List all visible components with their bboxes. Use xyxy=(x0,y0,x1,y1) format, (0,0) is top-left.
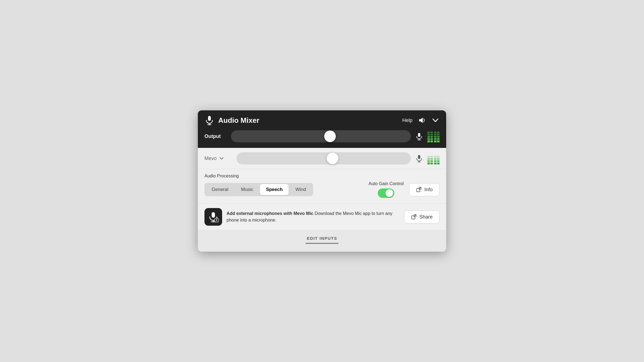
audio-mixer-panel: Audio Mixer Help Output xyxy=(198,110,446,252)
info-button-label: Info xyxy=(424,187,433,193)
svg-rect-12 xyxy=(212,212,215,218)
info-external-icon xyxy=(416,187,422,192)
output-level-meter xyxy=(427,130,440,142)
mevo-mic-banner: Add external microphones with Mevo Mic D… xyxy=(198,204,446,230)
mevo-section: Mevo xyxy=(198,148,446,169)
output-row: Output xyxy=(204,130,440,142)
processing-row: General Music Speech Wind Auto Gain Cont… xyxy=(204,181,440,198)
output-label: Output xyxy=(204,134,227,139)
app-title: Audio Mixer xyxy=(218,116,259,125)
btn-music[interactable]: Music xyxy=(235,184,259,195)
edit-inputs-bar xyxy=(305,243,339,244)
info-button[interactable]: Info xyxy=(409,183,440,196)
svg-marker-3 xyxy=(419,118,423,123)
mevo-mic-bold-text: Add external microphones with Mevo Mic xyxy=(227,211,313,216)
audio-processing-section: Audio Processing General Music Speech Wi… xyxy=(198,169,446,204)
mevo-label: Mevo xyxy=(204,156,217,161)
share-button-label: Share xyxy=(419,214,433,220)
mevo-mic-logo xyxy=(204,208,222,226)
share-external-icon xyxy=(411,214,417,220)
agc-container: Auto Gain Control xyxy=(369,181,404,198)
svg-rect-4 xyxy=(418,133,420,137)
mevo-label-container: Mevo xyxy=(204,156,232,161)
mevo-mic-description: Add external microphones with Mevo Mic D… xyxy=(227,210,400,223)
mevo-mic-icon xyxy=(415,155,423,162)
microphone-icon xyxy=(204,115,214,125)
processing-buttons: General Music Speech Wind xyxy=(204,183,313,196)
agc-label: Auto Gain Control xyxy=(369,181,404,186)
mevo-meter-right xyxy=(434,152,440,164)
mevo-slider-track[interactable] xyxy=(236,152,411,164)
edit-inputs-section[interactable]: EDIT INPUTS xyxy=(198,230,446,252)
edit-inputs-label[interactable]: EDIT INPUTS xyxy=(307,236,337,241)
title-left: Audio Mixer xyxy=(204,115,259,125)
output-slider-track[interactable] xyxy=(231,130,411,142)
mevo-slider-thumb[interactable] xyxy=(327,153,338,164)
agc-toggle[interactable] xyxy=(378,188,394,198)
output-slider-thumb[interactable] xyxy=(324,131,336,142)
btn-general[interactable]: General xyxy=(206,184,234,195)
title-right: Help xyxy=(402,116,440,124)
help-button[interactable]: Help xyxy=(402,118,413,123)
mevo-meter-left xyxy=(427,152,433,164)
mevo-level-meter xyxy=(427,152,440,164)
mevo-row: Mevo xyxy=(204,152,440,164)
title-row: Audio Mixer Help xyxy=(204,115,440,125)
output-slider-container[interactable] xyxy=(231,130,411,142)
btn-wind[interactable]: Wind xyxy=(289,184,312,195)
chevron-down-icon[interactable] xyxy=(431,116,440,124)
svg-point-17 xyxy=(216,221,217,222)
agc-toggle-knob xyxy=(385,189,393,197)
audio-processing-label: Audio Processing xyxy=(204,174,440,179)
svg-rect-0 xyxy=(208,116,211,121)
speaker-icon[interactable] xyxy=(418,116,426,124)
svg-rect-7 xyxy=(418,155,420,159)
meter-group-right xyxy=(434,130,440,142)
meter-group-left xyxy=(427,130,433,142)
header-section: Audio Mixer Help Output xyxy=(198,110,446,148)
mevo-chevron-icon[interactable] xyxy=(219,156,224,161)
btn-speech[interactable]: Speech xyxy=(260,184,289,195)
share-button[interactable]: Share xyxy=(404,211,440,223)
output-mic-icon xyxy=(415,132,423,140)
